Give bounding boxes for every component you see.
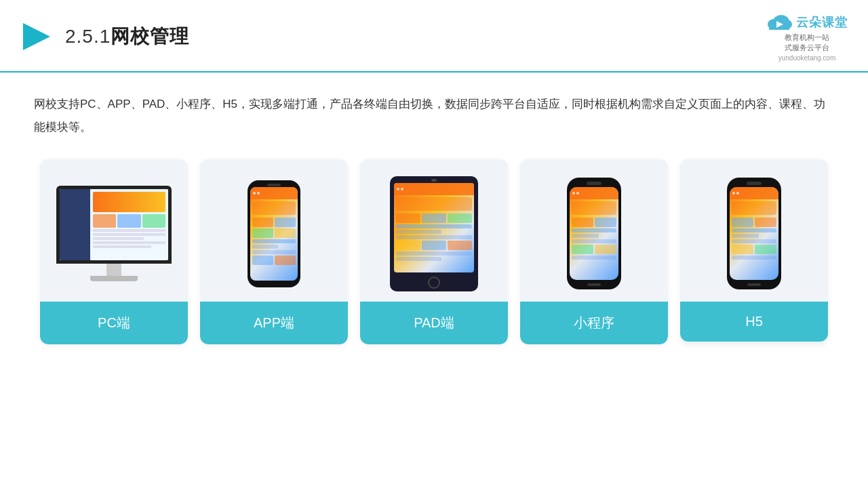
card-app-label: APP端 [200, 302, 348, 344]
phone-h5-screen [730, 187, 778, 280]
logo-cloud: 云朵课堂 [766, 12, 848, 33]
card-pc-label: PC端 [40, 302, 188, 344]
tablet-device [390, 176, 478, 291]
page-title: 2.5.1网校管理 [65, 24, 189, 49]
card-app-image [200, 159, 348, 302]
card-pad: PAD端 [360, 159, 508, 344]
logo-text: 云朵课堂 [796, 14, 848, 30]
monitor-screen [56, 186, 172, 264]
tablet-screen [394, 183, 474, 272]
page-header: 2.5.1网校管理 云朵课堂 教育机构一站式服务云平台 yunduoketang… [0, 0, 868, 73]
card-mini-label: 小程序 [520, 302, 668, 344]
logo-domain: yunduoketang.com [778, 54, 836, 62]
svg-marker-0 [23, 23, 50, 50]
phone-mini-device [567, 178, 621, 289]
card-mini-image [520, 159, 668, 302]
cloud-logo-icon [766, 12, 792, 33]
card-h5: H5 [680, 159, 828, 344]
card-pc-image [40, 159, 188, 302]
card-h5-image [680, 159, 828, 302]
description-text: 网校支持PC、APP、PAD、小程序、H5，实现多端打通，产品各终端自由切换，数… [34, 93, 834, 139]
card-pad-label: PAD端 [360, 302, 508, 344]
monitor-device [56, 186, 172, 281]
logo-tagline: 教育机构一站式服务云平台 [785, 33, 829, 54]
main-content: 网校支持PC、APP、PAD、小程序、H5，实现多端打通，产品各终端自由切换，数… [0, 73, 868, 358]
logo-area: 云朵课堂 教育机构一站式服务云平台 yunduoketang.com [766, 12, 848, 62]
card-h5-label: H5 [680, 302, 828, 342]
phone-h5-device [727, 178, 781, 289]
phone-mini-screen [570, 187, 618, 280]
card-pad-image [360, 159, 508, 302]
phone-app-screen [250, 187, 298, 281]
cards-grid: PC端 [34, 159, 834, 344]
play-icon [20, 20, 53, 53]
card-app: APP端 [200, 159, 348, 344]
header-left: 2.5.1网校管理 [20, 20, 189, 53]
card-pc: PC端 [40, 159, 188, 344]
phone-app-device [248, 180, 300, 287]
card-mini: 小程序 [520, 159, 668, 344]
